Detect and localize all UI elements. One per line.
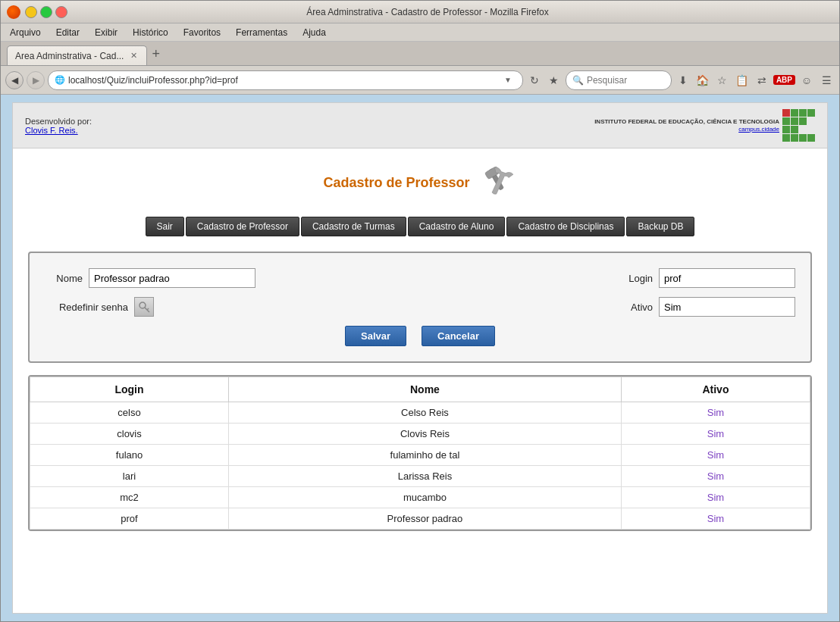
cell-nome[interactable]: mucambo bbox=[229, 487, 622, 508]
table-row[interactable]: prof Professor padrao Sim bbox=[30, 508, 810, 530]
bookmark-icon[interactable]: ☆ bbox=[714, 72, 731, 89]
logo-cell-10 bbox=[791, 126, 798, 133]
cell-login[interactable]: celso bbox=[30, 402, 229, 424]
table-body: celso Celso Reis Sim clovis Clovis Reis … bbox=[30, 402, 810, 530]
cell-login[interactable]: mc2 bbox=[30, 487, 229, 508]
menu-historico[interactable]: Histórico bbox=[127, 26, 174, 39]
sync-icon[interactable]: ⇄ bbox=[754, 72, 770, 89]
menu-arquivo[interactable]: Arquivo bbox=[4, 26, 47, 39]
cell-nome[interactable]: Professor padrao bbox=[229, 508, 622, 530]
minimize-button[interactable] bbox=[25, 6, 37, 18]
active-tab[interactable]: Area Adminstrativa - Cad... ✕ bbox=[7, 45, 147, 65]
table-header: Login Nome Ativo bbox=[30, 377, 810, 402]
login-input[interactable] bbox=[659, 268, 795, 288]
new-tab-button[interactable]: + bbox=[149, 45, 163, 62]
form-group-login: Login bbox=[615, 268, 795, 288]
logo-cell-2 bbox=[791, 109, 798, 117]
menu-favoritos[interactable]: Favoritos bbox=[177, 26, 227, 39]
bookmark-star-icon[interactable]: ★ bbox=[546, 72, 563, 89]
firefox-icon bbox=[7, 5, 20, 19]
page-title: Cadastro de Professor bbox=[323, 175, 469, 191]
abp-badge[interactable]: ABP bbox=[773, 75, 795, 85]
col-ativo: Ativo bbox=[621, 377, 810, 402]
history-icon[interactable]: 📋 bbox=[734, 72, 751, 89]
logo-cell-13 bbox=[782, 134, 790, 142]
nav-cadastro-professor-button[interactable]: Cadastro de Professor bbox=[186, 217, 299, 236]
form-row-2: Redefinir senha Ativo bbox=[45, 297, 795, 317]
nome-label: Nome bbox=[45, 273, 83, 284]
nav-cadastro-turmas-button[interactable]: Cadastro de Turmas bbox=[301, 217, 406, 236]
table-row[interactable]: celso Celso Reis Sim bbox=[30, 402, 810, 424]
cell-ativo[interactable]: Sim bbox=[621, 445, 810, 466]
form-actions: Salvar Cancelar bbox=[45, 326, 795, 346]
download-icon[interactable]: ⬇ bbox=[675, 72, 691, 89]
developer-info: Desenvolvido por: Clovis F. Reis. bbox=[25, 117, 92, 135]
page-content: Desenvolvido por: Clovis F. Reis. INSTIT… bbox=[1, 95, 839, 621]
page-inner: Desenvolvido por: Clovis F. Reis. INSTIT… bbox=[12, 102, 828, 614]
institution-name: INSTITUTO FEDERAL DE EDUCAÇÃO, CIÊNCIA E… bbox=[594, 118, 779, 126]
maximize-button[interactable] bbox=[40, 6, 52, 18]
logo-cell-16 bbox=[807, 134, 815, 142]
logo-text-area: INSTITUTO FEDERAL DE EDUCAÇÃO, CIÊNCIA E… bbox=[594, 118, 779, 133]
menu-ajuda[interactable]: Ajuda bbox=[296, 26, 332, 39]
close-button[interactable] bbox=[55, 6, 67, 18]
logo-cell-11 bbox=[799, 126, 807, 133]
menu-icon[interactable]: ☰ bbox=[818, 72, 835, 89]
logo-cell-15 bbox=[799, 134, 807, 142]
tab-bar: Area Adminstrativa - Cad... ✕ + bbox=[1, 42, 839, 66]
address-input[interactable] bbox=[68, 75, 504, 86]
home-icon[interactable]: 🏠 bbox=[694, 72, 711, 89]
form-row-1: Nome Login bbox=[45, 268, 795, 288]
page-header: Desenvolvido por: Clovis F. Reis. INSTIT… bbox=[13, 103, 827, 148]
cell-nome[interactable]: Celso Reis bbox=[229, 402, 622, 424]
cell-nome[interactable]: Larissa Reis bbox=[229, 466, 622, 487]
nav-cadastro-aluno-button[interactable]: Cadastro de Aluno bbox=[408, 217, 506, 236]
cell-ativo[interactable]: Sim bbox=[621, 402, 810, 424]
menu-exibir[interactable]: Exibir bbox=[89, 26, 124, 39]
table-row[interactable]: lari Larissa Reis Sim bbox=[30, 466, 810, 487]
redefinir-label: Redefinir senha bbox=[45, 302, 128, 313]
refresh-button[interactable]: ↻ bbox=[526, 72, 543, 89]
nav-backup-db-button[interactable]: Backup DB bbox=[626, 217, 694, 236]
nav-sair-button[interactable]: Sair bbox=[146, 217, 184, 236]
cell-nome[interactable]: Clovis Reis bbox=[229, 424, 622, 445]
cell-ativo[interactable]: Sim bbox=[621, 487, 810, 508]
ativo-input[interactable] bbox=[659, 297, 795, 317]
cell-ativo[interactable]: Sim bbox=[621, 466, 810, 487]
back-button[interactable]: ◀ bbox=[5, 71, 24, 89]
salvar-button[interactable]: Salvar bbox=[345, 326, 406, 346]
tab-close-button[interactable]: ✕ bbox=[128, 51, 139, 61]
address-dropdown-icon[interactable]: ▼ bbox=[504, 76, 516, 84]
cancelar-button[interactable]: Cancelar bbox=[422, 326, 495, 346]
professors-table: Login Nome Ativo celso Celso Reis Sim cl… bbox=[30, 377, 810, 530]
cell-login[interactable]: lari bbox=[30, 466, 229, 487]
tab-label: Area Adminstrativa - Cad... bbox=[15, 51, 124, 61]
cell-login[interactable]: prof bbox=[30, 508, 229, 530]
smiley-icon[interactable]: ☺ bbox=[798, 72, 815, 89]
table-row[interactable]: fulano fulaminho de tal Sim bbox=[30, 445, 810, 466]
institution-link[interactable]: campus.cidade bbox=[594, 126, 779, 133]
forward-button[interactable]: ▶ bbox=[27, 71, 45, 89]
cell-login[interactable]: fulano bbox=[30, 445, 229, 466]
logo-cell-6 bbox=[791, 117, 798, 125]
logo-cell-7 bbox=[799, 117, 807, 125]
search-input[interactable] bbox=[587, 75, 663, 86]
table-row[interactable]: mc2 mucambo Sim bbox=[30, 487, 810, 508]
developer-name[interactable]: Clovis F. Reis. bbox=[25, 126, 78, 135]
nav-cadastro-disciplinas-button[interactable]: Cadastro de Disciplinas bbox=[506, 217, 625, 236]
cell-nome[interactable]: fulaminho de tal bbox=[229, 445, 622, 466]
table-section: Login Nome Ativo celso Celso Reis Sim cl… bbox=[28, 375, 812, 531]
menu-ferramentas[interactable]: Ferramentas bbox=[230, 26, 293, 39]
nome-input[interactable] bbox=[89, 268, 255, 288]
cell-ativo[interactable]: Sim bbox=[621, 424, 810, 445]
ativo-label: Ativo bbox=[615, 302, 653, 313]
table-row[interactable]: clovis Clovis Reis Sim bbox=[30, 424, 810, 445]
toolbar-icons: ⬇ 🏠 ☆ 📋 ⇄ ABP ☺ ☰ bbox=[675, 72, 835, 89]
cell-login[interactable]: clovis bbox=[30, 424, 229, 445]
form-group-ativo: Ativo bbox=[615, 297, 795, 317]
menu-bar: Arquivo Editar Exibir Histórico Favorito… bbox=[1, 23, 839, 42]
password-reset-button[interactable] bbox=[134, 297, 154, 317]
address-icon: 🌐 bbox=[55, 75, 65, 85]
menu-editar[interactable]: Editar bbox=[50, 26, 86, 39]
cell-ativo[interactable]: Sim bbox=[621, 508, 810, 530]
